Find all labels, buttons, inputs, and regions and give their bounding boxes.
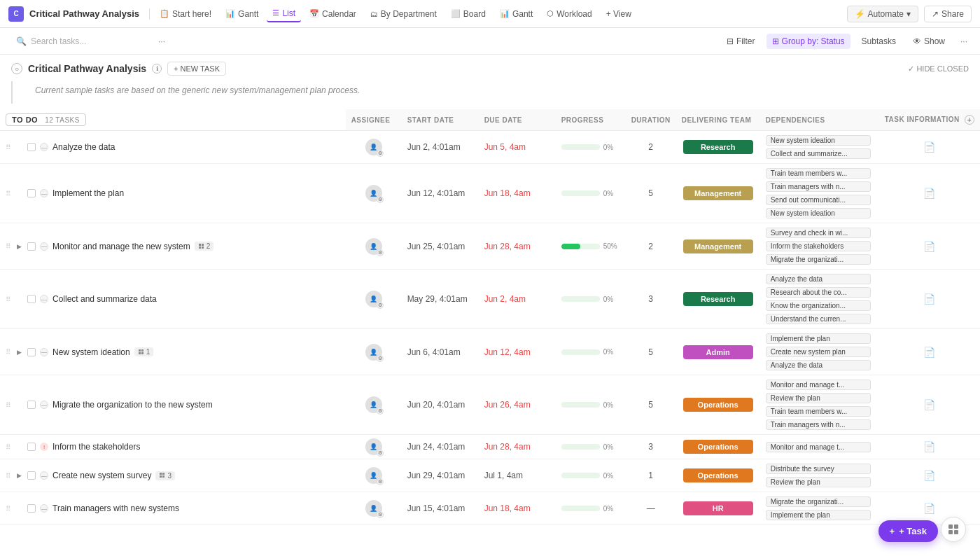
task-checkbox[interactable] bbox=[27, 471, 36, 480]
dep-tag[interactable]: Analyze the data bbox=[766, 360, 871, 370]
task-checkbox[interactable] bbox=[27, 242, 36, 251]
priority-icon[interactable]: ! bbox=[40, 443, 48, 451]
drag-handle[interactable]: ⠿ bbox=[6, 505, 10, 513]
filter-button[interactable]: ⊟ Filter bbox=[721, 34, 761, 49]
drag-handle[interactable]: ⠿ bbox=[6, 443, 10, 451]
task-name[interactable]: Implement the plan bbox=[52, 188, 124, 198]
add-column-button[interactable]: + bbox=[965, 115, 974, 125]
assignee-cell-3: 👤 ⚙ bbox=[346, 270, 402, 329]
info-doc-icon[interactable]: 📄 bbox=[923, 347, 935, 358]
info-doc-icon[interactable]: 📄 bbox=[923, 188, 935, 199]
tab-board[interactable]: ⬜ Board bbox=[445, 6, 491, 22]
dep-tag[interactable]: Create new system plan bbox=[766, 347, 871, 357]
expand-button[interactable]: ▶ bbox=[15, 471, 23, 480]
priority-icon[interactable]: — bbox=[40, 295, 48, 303]
drag-handle[interactable]: ⠿ bbox=[6, 401, 10, 409]
tab-calendar[interactable]: 📅 Calendar bbox=[304, 6, 362, 22]
task-name[interactable]: Monitor and manage the new system bbox=[52, 242, 190, 251]
info-doc-icon[interactable]: 📄 bbox=[923, 503, 935, 514]
tab-start-here[interactable]: 📋 Start here! bbox=[154, 6, 217, 22]
subtasks-button[interactable]: Subtasks bbox=[856, 34, 902, 49]
dep-tag[interactable]: Distribute the survey bbox=[766, 464, 871, 474]
task-name[interactable]: Train managers with new systems bbox=[52, 503, 179, 513]
tab-by-department[interactable]: 🗂 By Department bbox=[365, 6, 442, 22]
info-doc-icon[interactable]: 📄 bbox=[923, 470, 935, 481]
tab-list[interactable]: ☰ List bbox=[267, 6, 301, 22]
project-info-icon[interactable]: ℹ bbox=[152, 64, 162, 74]
task-name[interactable]: Create new system survey bbox=[52, 471, 151, 480]
group-by-button[interactable]: ⊞ Group by: Status bbox=[766, 34, 850, 49]
dep-tag[interactable]: Implement the plan bbox=[766, 510, 871, 520]
task-checkbox[interactable] bbox=[27, 295, 36, 303]
task-name[interactable]: Analyze the data bbox=[52, 142, 115, 152]
dep-tag[interactable]: Monitor and manage t... bbox=[766, 380, 871, 390]
drag-handle[interactable]: ⠿ bbox=[6, 144, 10, 151]
dep-tag[interactable]: Collect and summarize... bbox=[766, 148, 871, 159]
task-checkbox[interactable] bbox=[27, 401, 36, 409]
dep-tag[interactable]: Migrate the organizati... bbox=[766, 496, 871, 507]
grid-view-button[interactable] bbox=[941, 517, 966, 542]
dep-tag[interactable]: Research about the co... bbox=[766, 287, 871, 298]
dep-tag[interactable]: Implement the plan bbox=[766, 333, 871, 344]
dep-tag[interactable]: Understand the curren... bbox=[766, 314, 871, 324]
expand-button[interactable]: ▶ bbox=[15, 348, 23, 356]
add-task-float-button[interactable]: + + Task bbox=[878, 520, 938, 542]
dep-tag[interactable]: Monitor and manage t... bbox=[766, 442, 871, 452]
drag-handle[interactable]: ⠿ bbox=[6, 190, 10, 197]
tab-gantt-2[interactable]: 📊 Gantt bbox=[494, 6, 538, 22]
task-name[interactable]: Collect and summarize data bbox=[52, 294, 157, 304]
drag-handle[interactable]: ⠿ bbox=[6, 242, 10, 250]
priority-icon[interactable]: — bbox=[40, 242, 48, 251]
hide-closed-button[interactable]: ✓ HIDE CLOSED bbox=[908, 64, 969, 74]
new-task-button[interactable]: + NEW TASK bbox=[167, 62, 226, 76]
dep-tag[interactable]: Train team members w... bbox=[766, 406, 871, 417]
info-doc-icon[interactable]: 📄 bbox=[923, 141, 935, 153]
priority-icon[interactable]: — bbox=[40, 348, 48, 356]
priority-icon[interactable]: — bbox=[40, 189, 48, 197]
task-checkbox[interactable] bbox=[27, 143, 36, 151]
tab-gantt-1[interactable]: 📊 Gantt bbox=[220, 6, 264, 22]
priority-icon[interactable]: — bbox=[40, 471, 48, 480]
dep-tag[interactable]: Survey and check in wi... bbox=[766, 228, 871, 238]
task-name[interactable]: Inform the stakeholders bbox=[52, 442, 140, 452]
dep-tag[interactable]: Know the organization... bbox=[766, 300, 871, 311]
project-collapse-button[interactable]: ○ bbox=[11, 63, 22, 74]
search-more-button[interactable]: ··· bbox=[154, 34, 169, 49]
dep-tag[interactable]: Train team members w... bbox=[766, 168, 871, 179]
dep-tag[interactable]: Review the plan bbox=[766, 477, 871, 487]
dep-tag[interactable]: Inform the stakeholders bbox=[766, 241, 871, 251]
task-checkbox[interactable] bbox=[27, 348, 36, 356]
drag-handle[interactable]: ⠿ bbox=[6, 296, 10, 303]
dep-tag[interactable]: New system ideation bbox=[766, 135, 871, 146]
task-name[interactable]: Migrate the organization to the new syst… bbox=[52, 400, 213, 410]
tab-workload[interactable]: ⬡ Workload bbox=[541, 6, 597, 22]
dep-tag[interactable]: Review the plan bbox=[766, 393, 871, 403]
info-doc-icon[interactable]: 📄 bbox=[923, 399, 935, 410]
info-doc-icon[interactable]: 📄 bbox=[923, 441, 935, 452]
task-checkbox[interactable] bbox=[27, 504, 36, 513]
dep-tag[interactable]: Train managers with n... bbox=[766, 181, 871, 192]
toolbar-more-button[interactable]: ··· bbox=[956, 34, 972, 49]
dep-tag[interactable]: Analyze the data bbox=[766, 274, 871, 284]
duration-8: — bbox=[626, 492, 676, 525]
dep-tag[interactable]: Migrate the organizati... bbox=[766, 254, 871, 265]
info-doc-icon[interactable]: 📄 bbox=[923, 241, 935, 252]
info-doc-icon[interactable]: 📄 bbox=[923, 293, 935, 305]
task-name[interactable]: New system ideation bbox=[52, 347, 130, 357]
drag-handle[interactable]: ⠿ bbox=[6, 472, 10, 480]
task-checkbox[interactable] bbox=[27, 189, 36, 197]
drag-handle[interactable]: ⠿ bbox=[6, 348, 10, 356]
dep-tag[interactable]: Send out communicati... bbox=[766, 195, 871, 205]
automate-button[interactable]: ⚡ Automate ▾ bbox=[847, 6, 918, 22]
search-input[interactable]: 🔍 Search tasks... bbox=[8, 33, 148, 50]
tab-add-view[interactable]: + View bbox=[601, 6, 637, 22]
dep-tag[interactable]: New system ideation bbox=[766, 208, 871, 218]
priority-icon[interactable]: — bbox=[40, 143, 48, 151]
expand-button[interactable]: ▶ bbox=[15, 242, 23, 251]
priority-icon[interactable]: — bbox=[40, 401, 48, 409]
priority-icon[interactable]: — bbox=[40, 504, 48, 513]
dep-tag[interactable]: Train managers with n... bbox=[766, 419, 871, 430]
share-button[interactable]: ↗ Share bbox=[924, 6, 972, 22]
task-checkbox[interactable] bbox=[27, 443, 36, 451]
show-button[interactable]: 👁 Show bbox=[907, 34, 951, 49]
